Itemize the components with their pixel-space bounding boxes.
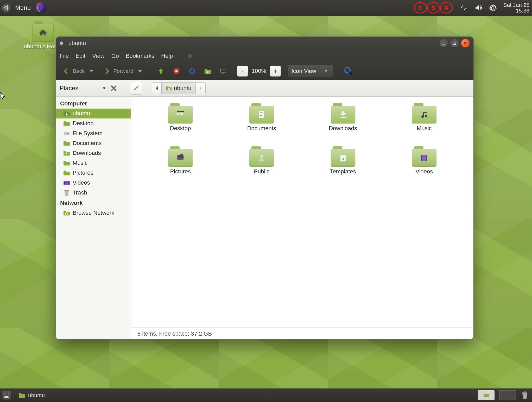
window-title: ubuntu (68, 40, 86, 47)
computer-toolbar-button[interactable] (216, 65, 230, 77)
firefox-launcher-icon[interactable] (35, 2, 46, 13)
templates-icon: a (331, 149, 355, 167)
settings-gear-icon[interactable] (489, 4, 497, 12)
video-folder-icon (63, 180, 70, 186)
trash-icon (63, 190, 70, 196)
places-dropdown[interactable]: Places (60, 85, 106, 92)
volume-icon[interactable] (474, 4, 482, 12)
folder-public[interactable]: Public (249, 146, 274, 175)
minimize-button[interactable] (439, 39, 448, 48)
svg-rect-20 (64, 111, 66, 112)
sidebar-item-network[interactable]: Browse Network (56, 208, 131, 218)
folder-music[interactable]: Music (412, 103, 436, 132)
sidebar-item-filesystem[interactable]: File System (56, 128, 131, 138)
taskbar-task-filemanager[interactable]: ubuntu (15, 392, 48, 398)
downloads-icon (331, 106, 355, 123)
ubuntu-logo-icon[interactable] (2, 4, 10, 12)
sidebar-item-documents[interactable]: Documents (56, 138, 131, 148)
sidebar-item-ubuntu[interactable]: ubuntu (56, 109, 131, 118)
svg-point-1 (4, 7, 5, 9)
svg-point-3 (7, 9, 8, 10)
zoom-percent: 100% (249, 68, 269, 74)
search-button[interactable] (340, 65, 357, 77)
indicator-icons[interactable]: € $ A (414, 2, 453, 14)
clock-date: Sat Jan 25 (503, 2, 529, 8)
back-button[interactable]: Back (59, 65, 98, 77)
menu-view[interactable]: View (92, 53, 104, 59)
menu-button[interactable]: Menu (15, 4, 31, 11)
svg-point-2 (7, 5, 8, 7)
svg-rect-47 (340, 117, 346, 118)
edit-path-button[interactable] (130, 82, 142, 95)
folder-label: Public (254, 168, 269, 175)
svg-text:a: a (342, 156, 344, 161)
zoom-in-button[interactable] (270, 66, 281, 77)
folder-downloads[interactable]: Downloads (329, 103, 357, 132)
indicator-circle-2[interactable]: $ (427, 2, 440, 14)
folder-label: Music (417, 125, 432, 132)
svg-rect-8 (205, 69, 207, 71)
folder-videos[interactable]: Videos (412, 146, 436, 175)
sidebar-item-trash[interactable]: Trash (56, 188, 131, 198)
path-back-button[interactable] (152, 82, 162, 94)
folder-desktop[interactable]: Desktop (168, 103, 193, 132)
svg-rect-11 (222, 73, 224, 74)
overflow-chevron-icon[interactable] (187, 53, 193, 59)
show-desktop-button[interactable] (2, 391, 11, 400)
folder-documents[interactable]: Documents (247, 103, 276, 132)
titlebar[interactable]: ubuntu (56, 37, 473, 50)
svg-rect-38 (64, 211, 66, 212)
sidebar-item-pictures[interactable]: Pictures (56, 168, 131, 178)
sidebar-item-downloads[interactable]: Downloads (56, 148, 131, 158)
clock[interactable]: Sat Jan 25 15:36 (503, 2, 529, 14)
svg-rect-41 (177, 113, 179, 115)
window-menu-dot[interactable] (60, 41, 63, 45)
folder-icon (63, 140, 70, 146)
folder-icon (63, 121, 70, 126)
breadcrumb-label: ubuntu (174, 85, 191, 92)
svg-rect-61 (484, 394, 489, 397)
maximize-button[interactable] (450, 39, 459, 48)
up-button[interactable] (154, 65, 168, 77)
menu-go[interactable]: Go (111, 53, 119, 59)
svg-rect-26 (64, 141, 66, 142)
breadcrumb-current[interactable]: ubuntu (162, 82, 196, 94)
reload-button[interactable] (185, 65, 199, 77)
file-manager-window: ubuntu File Edit View Go Bookmarks Help … (56, 36, 474, 340)
svg-rect-12 (241, 71, 244, 72)
indicator-circle-3[interactable]: A (440, 2, 453, 14)
workspace-1[interactable] (478, 390, 495, 400)
close-button[interactable] (461, 39, 470, 48)
svg-rect-4 (442, 44, 445, 45)
indicator-circle-1[interactable]: € (414, 2, 427, 14)
svg-rect-58 (5, 396, 8, 397)
svg-rect-31 (64, 172, 70, 175)
menu-file[interactable]: File (60, 53, 69, 59)
forward-button[interactable]: Forward (100, 65, 147, 77)
folder-label: Desktop (170, 125, 191, 132)
sidebar-close-icon[interactable] (110, 85, 117, 92)
svg-rect-30 (64, 161, 66, 162)
view-mode-dropdown[interactable]: Icon View (288, 65, 333, 77)
network-icon[interactable] (460, 4, 467, 12)
menu-bookmarks[interactable]: Bookmarks (126, 53, 154, 59)
folder-grid[interactable]: DesktopDocumentsDownloadsMusicPicturesPu… (132, 97, 473, 328)
stop-button[interactable] (169, 65, 183, 77)
svg-rect-56 (426, 155, 427, 161)
menu-edit[interactable]: Edit (75, 53, 85, 59)
folder-pictures[interactable]: Pictures (168, 146, 193, 175)
places-label: Places (60, 85, 78, 92)
panel-trash-icon[interactable] (521, 391, 529, 399)
sidebar-item-desktop[interactable]: Desktop (56, 118, 131, 128)
path-forward-button[interactable] (196, 82, 206, 94)
workspace-2[interactable] (499, 390, 516, 400)
sidebar-item-videos[interactable]: Videos (56, 178, 131, 188)
folder-templates[interactable]: aTemplates (330, 146, 356, 175)
sidebar-item-music[interactable]: Music (56, 158, 131, 168)
svg-rect-29 (64, 162, 70, 166)
svg-rect-35 (68, 182, 69, 185)
menu-help[interactable]: Help (161, 53, 173, 59)
zoom-out-button[interactable] (237, 66, 248, 77)
home-toolbar-button[interactable] (201, 65, 215, 77)
svg-rect-10 (221, 70, 226, 72)
